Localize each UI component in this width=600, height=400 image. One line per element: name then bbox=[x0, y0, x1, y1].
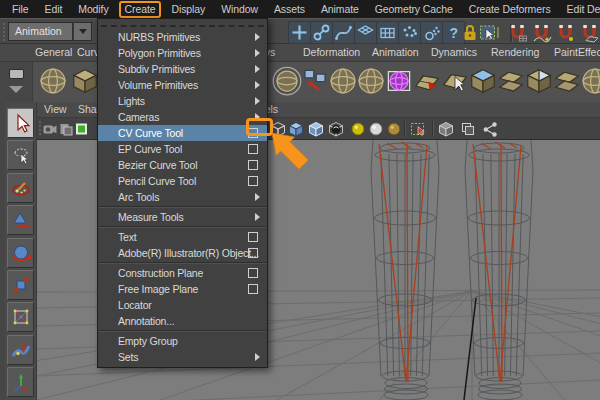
menubar-item-animate[interactable]: Animate bbox=[315, 1, 365, 18]
shelf-tab-animation[interactable]: Animation bbox=[372, 46, 419, 58]
paint-selection-tool-button[interactable] bbox=[7, 173, 34, 203]
move-snap-icon[interactable] bbox=[288, 21, 311, 44]
overlapping-squares-icon[interactable] bbox=[460, 121, 476, 137]
menu-tearoff-handle[interactable] bbox=[101, 20, 264, 27]
menubar-item-create-deformers[interactable]: Create Deformers bbox=[463, 1, 557, 18]
menubar-item-modify[interactable]: Modify bbox=[72, 1, 114, 18]
menu-item-arc-tools[interactable]: Arc Tools bbox=[98, 189, 267, 205]
rotate-tool-button[interactable] bbox=[7, 238, 34, 268]
snap-to-curves-icon[interactable] bbox=[530, 21, 553, 44]
menu-item-adobe-r-illustrator-r-object[interactable]: Adobe(R) Illustrator(R) Object... bbox=[98, 245, 267, 261]
duplicate-cubes-icon[interactable] bbox=[300, 66, 330, 96]
menu-item-lights[interactable]: Lights bbox=[98, 93, 267, 109]
shelf-tab-painteffects[interactable]: PaintEffects bbox=[554, 46, 600, 58]
menubar-item-window[interactable]: Window bbox=[215, 1, 264, 18]
gray-cube-icon[interactable] bbox=[438, 121, 454, 137]
shelf-tab-deformation[interactable]: Deformation bbox=[303, 46, 360, 58]
option-box[interactable] bbox=[248, 176, 258, 186]
isolate-select-icon[interactable] bbox=[410, 121, 426, 137]
lattice-icon[interactable] bbox=[376, 21, 399, 44]
menu-item-cv-curve-tool[interactable]: CV Curve Tool bbox=[98, 125, 267, 141]
menu-set-value[interactable]: Animation bbox=[8, 22, 73, 41]
plane-cursor-icon[interactable] bbox=[440, 66, 470, 96]
camera-icon[interactable] bbox=[42, 121, 58, 137]
select-tool-button[interactable] bbox=[7, 108, 34, 138]
menubar-item-create[interactable]: Create bbox=[119, 1, 162, 18]
object-selection-icon[interactable] bbox=[477, 21, 500, 44]
cube-blue-top-icon[interactable] bbox=[468, 66, 498, 96]
smooth-sphere-icon[interactable] bbox=[356, 66, 386, 96]
option-box[interactable] bbox=[248, 232, 258, 242]
stacked-planes-2-icon[interactable] bbox=[552, 66, 582, 96]
menu-item-volume-primitives[interactable]: Volume Primitives bbox=[98, 77, 267, 93]
option-box[interactable] bbox=[248, 248, 258, 258]
move-tool-button[interactable] bbox=[7, 205, 34, 235]
menu-set-dropdown-button[interactable] bbox=[73, 22, 92, 41]
snap-to-grids-icon[interactable] bbox=[506, 21, 529, 44]
statusline-drag-handle[interactable] bbox=[2, 22, 6, 42]
subdiv-sphere-icon[interactable] bbox=[384, 66, 414, 96]
sphere-select-icon[interactable] bbox=[272, 66, 302, 96]
option-box[interactable] bbox=[248, 160, 258, 170]
option-box[interactable] bbox=[248, 284, 258, 294]
menu-item-pencil-curve-tool[interactable]: Pencil Curve Tool bbox=[98, 173, 267, 189]
lasso-select-tool-button[interactable] bbox=[7, 140, 34, 170]
shelf-menu-caret-icon[interactable] bbox=[9, 86, 23, 93]
menu-item-cameras[interactable]: Cameras bbox=[98, 109, 267, 125]
shelf-tab-dynamics[interactable]: Dynamics bbox=[431, 46, 477, 58]
stacked-planes-icon[interactable] bbox=[496, 66, 526, 96]
menu-item-empty-group[interactable]: Empty Group bbox=[98, 333, 267, 349]
sphere-in-cube-icon[interactable] bbox=[328, 121, 344, 137]
scale-tool-button[interactable] bbox=[7, 270, 34, 300]
poly-sphere-icon[interactable] bbox=[328, 66, 358, 96]
nurbs-sphere-icon[interactable] bbox=[38, 66, 68, 96]
option-box[interactable] bbox=[248, 144, 258, 154]
show-manipulator-tool-button[interactable] bbox=[7, 367, 34, 397]
plane-red-arrow-icon[interactable] bbox=[412, 66, 442, 96]
menu-item-free-image-plane[interactable]: Free Image Plane bbox=[98, 281, 267, 297]
menu-item-subdiv-primitives[interactable]: Subdiv Primitives bbox=[98, 61, 267, 77]
menu-set-selector[interactable]: Animation bbox=[8, 22, 92, 41]
option-box[interactable] bbox=[248, 268, 258, 278]
shelf-tab-menu-button[interactable] bbox=[9, 69, 24, 79]
soft-modification-tool-button[interactable] bbox=[7, 335, 34, 365]
menu-item-annotation[interactable]: Annotation... bbox=[98, 313, 267, 329]
menu-item-sets[interactable]: Sets bbox=[98, 349, 267, 365]
poly-cube-icon[interactable] bbox=[70, 66, 100, 96]
menu-item-construction-plane[interactable]: Construction Plane bbox=[98, 265, 267, 281]
emitter-icon[interactable] bbox=[420, 21, 443, 44]
white-sphere-icon[interactable] bbox=[368, 121, 384, 137]
shelf-tab-rendering[interactable]: Rendering bbox=[491, 46, 539, 58]
menubar: FileEditModifyCreateDisplayWindowAssetsA… bbox=[0, 0, 600, 18]
beveled-cube-icon[interactable] bbox=[524, 66, 554, 96]
yellow-sphere-icon[interactable] bbox=[350, 121, 366, 137]
panel-menu-view[interactable]: View bbox=[44, 103, 67, 115]
poly-sphere-2-icon[interactable] bbox=[580, 66, 600, 96]
image-plane-icon[interactable] bbox=[74, 121, 90, 137]
menu-item-text[interactable]: Text bbox=[98, 229, 267, 245]
menu-item-label: NURBS Primitives bbox=[118, 31, 200, 43]
bookmark-icon[interactable] bbox=[58, 121, 74, 137]
menubar-item-file[interactable]: File bbox=[6, 1, 35, 18]
snap-to-planes-icon[interactable] bbox=[578, 21, 600, 44]
menu-item-nurbs-primitives[interactable]: NURBS Primitives bbox=[98, 29, 267, 45]
joint-tool-icon[interactable] bbox=[310, 21, 333, 44]
curve-tool-icon[interactable] bbox=[332, 21, 355, 44]
universal-manipulator-button[interactable] bbox=[7, 302, 34, 332]
menu-item-bezier-curve-tool[interactable]: Bezier Curve Tool bbox=[98, 157, 267, 173]
menu-item-ep-curve-tool[interactable]: EP Curve Tool bbox=[98, 141, 267, 157]
menubar-item-edit[interactable]: Edit bbox=[39, 1, 69, 18]
share-nodes-icon[interactable] bbox=[482, 121, 498, 137]
snap-to-points-icon[interactable] bbox=[554, 21, 577, 44]
gold-sphere-icon[interactable] bbox=[386, 121, 402, 137]
menubar-item-edit-deformers[interactable]: Edit Deformers bbox=[561, 1, 600, 18]
menubar-item-assets[interactable]: Assets bbox=[268, 1, 311, 18]
menu-item-polygon-primitives[interactable]: Polygon Primitives bbox=[98, 45, 267, 61]
menubar-item-display[interactable]: Display bbox=[165, 1, 211, 18]
menubar-item-geometry-cache[interactable]: Geometry Cache bbox=[369, 1, 459, 18]
menu-item-locator[interactable]: Locator bbox=[98, 297, 267, 313]
particles-icon[interactable] bbox=[398, 21, 421, 44]
poly-plane-icon[interactable] bbox=[354, 21, 377, 44]
shelf-tab-general[interactable]: General bbox=[35, 46, 72, 58]
menu-item-measure-tools[interactable]: Measure Tools bbox=[98, 209, 267, 225]
